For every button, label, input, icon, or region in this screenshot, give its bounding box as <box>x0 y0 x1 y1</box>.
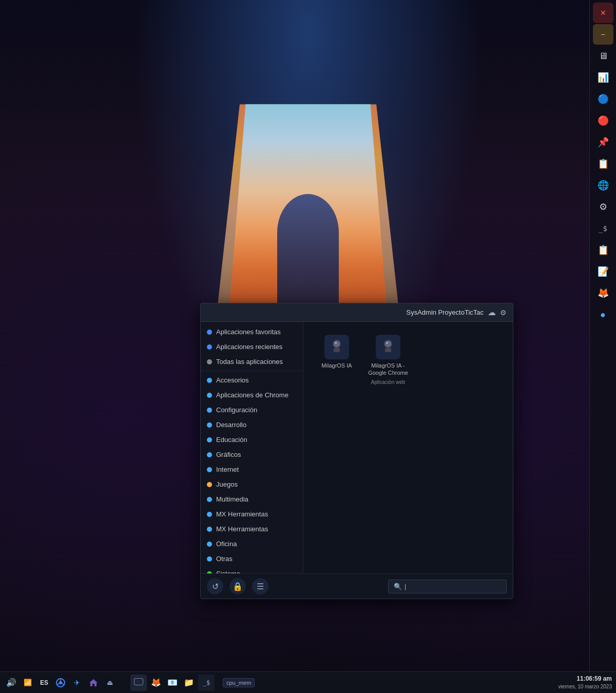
label: Sistema <box>216 570 240 573</box>
svg-point-5 <box>385 341 391 347</box>
language-label: ES <box>40 679 48 686</box>
menu-cat-mx-tools2[interactable]: MX Herramientas <box>201 522 303 536</box>
menu-cat-mx-tools1[interactable]: MX Herramientas <box>201 507 303 522</box>
dot-icon <box>207 422 212 428</box>
menu-favorite-apps[interactable]: Aplicaciones favoritas <box>201 324 303 339</box>
dot-icon <box>207 359 212 364</box>
sidebar-close-button[interactable]: ✕ <box>593 3 613 23</box>
label: Todas las aplicaciones <box>216 358 283 365</box>
label: MX Herramientas <box>216 510 268 518</box>
language-selector[interactable]: ES <box>37 676 51 690</box>
label: Accesorios <box>216 376 249 384</box>
settings-icon[interactable]: ⚙ <box>500 309 507 317</box>
menu-cat-internet[interactable]: Internet <box>201 462 303 477</box>
menu-all-apps[interactable]: Todas las aplicaciones <box>201 354 303 369</box>
svg-rect-15 <box>134 679 143 685</box>
app-web-label: Aplicación web <box>371 379 406 385</box>
sidebar-app7-icon[interactable]: 🌐 <box>593 175 613 196</box>
menu-recent-apps[interactable]: Aplicaciones recientes <box>201 339 303 354</box>
sidebar-app10-icon[interactable]: 📝 <box>593 261 613 282</box>
label: MX Herramientas <box>216 525 268 533</box>
cloud-icon: ☁ <box>488 307 496 317</box>
label: Desarrollo <box>216 421 246 429</box>
sidebar-chrome-icon[interactable]: ● <box>593 304 613 325</box>
application-menu: SysAdmin ProyectoTicTac ☁ ⚙ Aplicaciones… <box>200 303 513 599</box>
menu-cat-juegos[interactable]: Juegos <box>201 477 303 492</box>
svg-line-12 <box>57 683 60 685</box>
app-milagros-ia[interactable]: MilagrOS IA <box>316 335 357 385</box>
chrome-icon[interactable] <box>53 676 68 690</box>
menu-cat-accesorios[interactable]: Accesorios <box>201 373 303 388</box>
sidebar-firefox-icon[interactable]: 🦊 <box>593 283 613 303</box>
milagros-ia-icon <box>324 335 349 359</box>
app-milagros-ia-chrome[interactable]: MilagrOS IA - Google Chrome Aplicación w… <box>368 335 409 385</box>
label: Configuración <box>216 406 257 414</box>
sidebar-minimize-button[interactable]: − <box>593 24 613 45</box>
dot-icon <box>207 497 212 502</box>
svg-marker-13 <box>89 679 98 686</box>
sidebar-app5-icon[interactable]: 📌 <box>593 132 613 152</box>
sidebar-app6-icon[interactable]: 📋 <box>593 153 613 174</box>
dot-icon <box>207 542 212 547</box>
taskbar-firefox[interactable]: 🦊 <box>149 676 163 690</box>
sidebar-terminal-icon[interactable]: _$ <box>593 218 613 239</box>
menu-cat-config[interactable]: Configuración <box>201 402 303 417</box>
svg-point-2 <box>335 342 337 344</box>
taskbar-email[interactable]: 📧 <box>165 676 180 690</box>
svg-point-1 <box>334 341 340 347</box>
menu-cat-educacion[interactable]: Educación <box>201 432 303 447</box>
sidebar-app4-icon[interactable]: 🔴 <box>593 110 613 131</box>
menu-home-icon[interactable] <box>86 676 101 690</box>
time-display: 11:06:59 am <box>558 675 612 683</box>
dot-icon <box>207 467 212 472</box>
label: Juegos <box>216 480 238 488</box>
eject-icon[interactable]: ⏏ <box>103 676 117 690</box>
taskbar-files[interactable]: 📁 <box>182 676 196 690</box>
menu-title: SysAdmin ProyectoTicTac <box>406 309 484 316</box>
sidebar-app2-icon[interactable]: 📊 <box>593 67 613 88</box>
dot-icon <box>207 527 212 532</box>
menu-right-panel: MilagrOS IA MilagrOS IA - Google Chrome … <box>303 322 513 573</box>
date-display: viernes, 10 marzo 2023 <box>558 683 612 690</box>
label: Oficina <box>216 540 237 548</box>
label: Aplicaciones recientes <box>216 343 282 351</box>
dot-icon <box>207 512 212 517</box>
sidebar-app9-icon[interactable]: 📋 <box>593 240 613 260</box>
menu-header: SysAdmin ProyectoTicTac ☁ ⚙ <box>201 303 513 322</box>
dot-icon <box>207 482 212 487</box>
speaker-icon[interactable]: 🔊 <box>4 676 18 690</box>
sidebar-app3-icon[interactable]: 🔵 <box>593 89 613 109</box>
sidebar-app8-icon[interactable]: ⚙ <box>593 197 613 217</box>
sidebar-app1-icon[interactable]: 🖥 <box>593 46 613 66</box>
menu-search-box[interactable]: 🔍 | <box>388 580 507 593</box>
footer-settings-button[interactable]: ☰ <box>252 578 268 594</box>
taskbar-right: 11:06:59 am viernes, 10 marzo 2023 <box>558 675 612 690</box>
footer-lock-button[interactable]: 🔒 <box>229 578 246 594</box>
menu-cat-graficos[interactable]: Gráficos <box>201 447 303 462</box>
dot-icon <box>207 408 212 413</box>
taskbar-left: 🔊 📶 ES ✈ ⏏ <box>4 676 117 690</box>
menu-cat-multimedia[interactable]: Multimedia <box>201 492 303 507</box>
search-icon: 🔍 <box>394 583 402 590</box>
taskbar-app1[interactable] <box>130 675 147 691</box>
menu-cat-oficina[interactable]: Oficina <box>201 536 303 551</box>
menu-cat-chrome-apps[interactable]: Aplicaciones de Chrome <box>201 388 303 402</box>
dot-icon <box>207 556 212 562</box>
menu-cat-otras[interactable]: Otras <box>201 551 303 566</box>
menu-cat-desarrollo[interactable]: Desarrollo <box>201 417 303 432</box>
svg-line-11 <box>62 683 65 685</box>
footer-refresh-button[interactable]: ↺ <box>207 578 223 594</box>
menu-body: Aplicaciones favoritas Aplicaciones reci… <box>201 322 513 573</box>
label: Aplicaciones favoritas <box>216 328 281 336</box>
cpu-memory-widget[interactable]: cpu_mem <box>223 678 255 687</box>
telegram-icon[interactable]: ✈ <box>70 676 84 690</box>
dot-icon <box>207 378 212 383</box>
taskbar-terminal[interactable]: _$ <box>198 675 215 691</box>
label: Otras <box>216 555 233 563</box>
svg-rect-3 <box>334 348 340 352</box>
network-icon[interactable]: 📶 <box>21 676 35 690</box>
svg-point-6 <box>386 342 388 344</box>
menu-left-panel: Aplicaciones favoritas Aplicaciones reci… <box>201 322 303 573</box>
menu-cat-sistema[interactable]: Sistema <box>201 566 303 573</box>
label: Multimedia <box>216 495 248 503</box>
